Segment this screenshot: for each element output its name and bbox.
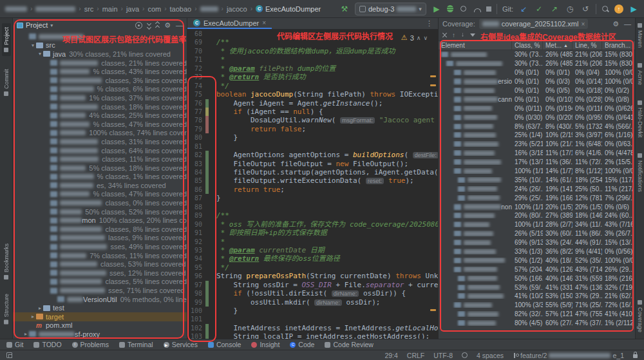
sidebar-item-project[interactable]: Project [2,23,11,56]
project-tree-row[interactable]: 1% classes, 37% lines covered [13,93,187,102]
coverage-table-row[interactable]: 69% (9/13)33% (24/...44% (91/...15% (13/… [439,238,635,247]
tab-execautodumper[interactable]: C ExecAutoDumper × [187,18,272,29]
code-line[interactable]: 77 if (iAgent == null) { [187,108,438,116]
code-line[interactable]: 74 */ [187,82,438,90]
project-tree-row[interactable]: classes, 31% lines covered [13,137,187,146]
code-line[interactable]: 83 FileOutput fileOutput = new FileOutpu… [187,160,438,168]
next-issue-icon[interactable]: ∨ [423,35,428,41]
project-tree-row[interactable]: classes, 21% lines covered [13,59,187,68]
breadcrumb-item[interactable]: CExecAutoDumper [256,5,321,13]
sidebar-item-notifications[interactable]: Notifications [637,153,643,192]
panel-settings-gear-icon[interactable]: ⚙ [164,21,171,30]
coverage-table-row[interactable]: 29% (25/...19% (166...12% (781/...7% (29… [439,193,635,202]
toolwindow-button-review[interactable]: Code Review [325,341,373,348]
coverage-table-row[interactable]: 35% (10/...14% (61/...18% (254...15% (11… [439,175,635,184]
coverage-column-header[interactable]: Class, % [512,41,543,50]
coverage-table-row[interactable]: 30% (73...26% (485...21% (206...15% (830… [439,50,635,59]
code-line[interactable]: 88 [187,203,438,211]
toolwindow-button-console[interactable]: Console [208,341,242,348]
coverage-table-row[interactable]: ersio0% (0/1)0% (0/3)0% (0/14)100% (0/0) [439,77,635,86]
history-button[interactable]: ◷ [565,3,575,15]
chevron-down-icon[interactable]: ▾ [50,23,53,28]
coverage-table-row[interactable]: 0% (0/11)0% (0/194)0% (0/116)0% (0/626) [439,104,635,113]
run-with-coverage-button[interactable] [459,3,469,15]
code-line[interactable]: 78 DosaLogUtil.warnNew( msgFormat: "Jaco… [187,116,438,124]
coverage-table-row[interactable]: 82% (32/...57% (121/...47% (755...41% (4… [439,310,635,319]
close-icon[interactable]: × [581,21,585,28]
coverage-table-row[interactable]: 80% (4/5)60% (27/...47% (37/...1% (2/112… [439,319,635,328]
coverage-table-row[interactable]: 33% (1/3)36% (8/22)9% (4/41)0% (0/56) [439,247,635,256]
project-tree-row[interactable]: classes, 8% lines covered [13,225,187,234]
locate-file-icon[interactable] [135,22,142,29]
coverage-table-row[interactable]: 100% (1/1)14% (1/7)8% (1/12)100% (0/0) [439,167,635,176]
code-line[interactable]: 79 return false; [187,125,438,133]
code-line[interactable]: 75boolean jacocoDump(String filePath) th… [187,90,438,99]
toolwindow-button-terminal[interactable]: Terminal [119,341,153,348]
code-line[interactable]: 93 * @param currentDate 日期 [187,246,438,254]
file-encoding[interactable]: UTF-8 [433,352,453,359]
scrollbar-warning-mark[interactable] [430,75,436,77]
project-panel-title[interactable]: Project [26,21,48,29]
project-tree-row[interactable]: 100% classes, 74% lines cover [13,129,187,138]
coverage-table-row[interactable]: 30% (73...26% (485...21% (206...15% (830… [439,59,635,68]
coverage-table-row[interactable]: 24% (26/...19% (141/...25% (50...11% (21… [439,184,635,193]
code-line[interactable]: 87} [187,194,438,202]
sidebar-item-commit[interactable]: Commit [3,69,10,96]
code-line[interactable]: 89/** [187,211,438,220]
coverage-table-row[interactable]: cann0% (0/1)0% (0/10)0% (0/28)0% (0/8) [439,95,635,104]
code-line[interactable]: 100 } [187,307,438,315]
chevron-right-icon[interactable]: ▸ [23,331,29,337]
sidebar-item-structure[interactable]: Structure [3,294,10,325]
project-tree-row[interactable]: % classes, 43% lines covered [13,67,187,76]
toolwindow-button-insight[interactable]: Insight [251,341,279,348]
coverage-table-row[interactable]: non100% (1/1)20% (1/5)20% (1/5)0% (0/6) [439,202,635,211]
coverage-table-row[interactable]: 23% (5/21)10% (21/1...1% (6/481)0% (0/63… [439,140,635,149]
project-tree-row[interactable]: classes, 53% lines covered [13,260,187,269]
code-line[interactable]: 82 AgentOptions agentOptions = buildOpti… [187,151,438,159]
breadcrumb-item[interactable]: jacoco [227,5,247,13]
project-tree-row[interactable]: classes, 18% lines covered [13,102,187,111]
coverage-column-header[interactable]: Met...▲ [543,41,573,50]
profiler-button[interactable] [474,8,481,12]
chevron-right-icon[interactable]: ▸ [30,314,36,319]
project-tree-row[interactable]: % classes, 6% lines covered [13,85,187,94]
memory-indicator-icon[interactable] [462,352,468,358]
coverage-table-row[interactable]: 17% (13/7...11% (36/...11% (72/...2% (15… [439,158,635,167]
stop-button[interactable] [486,6,491,12]
breadcrumb-item[interactable]: java [126,5,139,13]
code-line[interactable]: 91 * 即按照日期+ip的方式保存数据 [187,229,438,237]
sidebar-item-coverage[interactable]: Coverage [637,300,643,332]
breadcrumb-item[interactable]: com [147,5,161,13]
coverage-table-row[interactable]: 8% (63/7...8% (430/...5% (1732...4% (566… [439,122,635,131]
project-tree-row[interactable]: classes, 3% lines covered [13,76,187,85]
flatten-packages-icon[interactable] [443,32,446,39]
project-tree-row[interactable]: mpom.xml [13,321,187,330]
project-tree-row[interactable]: ▸sf-proxy [13,330,187,339]
debug-button[interactable] [447,5,453,12]
rollback-button[interactable]: ↺ [580,3,591,15]
editor-options-kebab-icon[interactable]: ⋮ [426,19,438,28]
breadcrumb-item[interactable]: src [84,5,94,13]
code-line[interactable]: 84 fileOutput.startup(agentOptions, iAge… [187,168,438,176]
toolwindow-button-services[interactable]: ▶Services [164,341,198,348]
ide-update-badge[interactable]: ↑ [614,5,623,14]
code-line[interactable]: 96String prepareOssPath(String currentDa… [187,272,438,280]
prev-issue-icon[interactable]: ∧ [417,35,421,41]
coverage-column-header[interactable]: Element [439,41,512,50]
git-commit-button[interactable]: ✓ [534,3,544,15]
git-branch-widget[interactable]: feature/2 e_1 [513,352,624,359]
coverage-table-row[interactable]: 0% (0/1)0% (0/5)0% (0/18)0% (0/2) [439,86,635,95]
coverage-table-row[interactable]: 0% (0/30)0% (0/209)0% (0/959)0% (0/641) [439,113,635,122]
code-viewport[interactable]: 6869/**70 * 使用jacoco的数据结构做dump，返回dump是否成… [187,30,438,339]
caret-position[interactable]: 29:4 [384,352,397,359]
project-tree-row[interactable]: % classes, 1% lines covered [13,173,187,182]
project-tree-row[interactable]: classes, 5% lines covered [13,278,187,287]
project-tree-row[interactable]: sses, 49% lines covered [13,242,187,251]
sidebar-item-acme[interactable]: Acme [637,63,643,85]
code-line[interactable]: 90 * oss 写入前的准备工作，保存文件为 code_coverage/20… [187,220,438,229]
filter-funnel-icon[interactable] [470,33,475,37]
close-icon[interactable]: × [262,19,266,26]
code-line[interactable]: 95 */ [187,263,438,272]
indent-setting[interactable]: 4 spaces [477,352,504,359]
coverage-table-row[interactable]: 53% (59/...41% (331...47% (136...32% (71… [439,283,635,292]
